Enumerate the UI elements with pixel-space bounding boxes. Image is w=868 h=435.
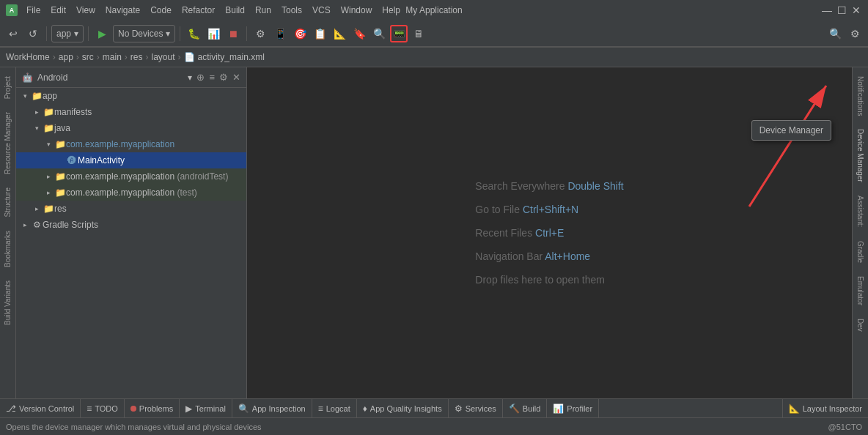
sidebar-item-project[interactable]: Project — [2, 70, 13, 105]
running-devices-button[interactable]: 🖥 — [410, 25, 427, 42]
tab-todo[interactable]: ≡ TODO — [81, 399, 125, 417]
shortcut-navbar: Alt+Home — [545, 250, 590, 262]
profile-button[interactable]: 📊 — [205, 25, 222, 42]
settings-button[interactable]: ⚙ — [846, 25, 864, 42]
bc-src[interactable]: src — [82, 52, 94, 62]
sidebar-item-device-manager[interactable]: Device Manager — [855, 123, 866, 188]
bc-workhome[interactable]: WorkHome — [6, 52, 50, 62]
search-everywhere-button[interactable]: 🔍 — [370, 25, 388, 42]
avd-button[interactable]: 📱 — [271, 25, 289, 42]
tree-item-app[interactable]: ▾ 📁 app — [16, 88, 246, 104]
panel-add-btn[interactable]: ⊕ — [196, 72, 205, 83]
layout-inspector-icon: 📐 — [789, 404, 800, 414]
sidebar-item-resource-manager[interactable]: Resource Manager — [2, 106, 13, 180]
bc-app[interactable]: app — [59, 52, 73, 62]
folder-icon-com-main: 📁 — [54, 139, 66, 149]
structure-button[interactable]: 📐 — [331, 25, 348, 42]
menu-navigate[interactable]: Navigate — [101, 4, 144, 17]
expand-icon-com-androidtest: ▸ — [43, 173, 54, 180]
tree-item-com-androidtest[interactable]: ▸ 📁 com.example.myapplication (androidTe… — [16, 168, 246, 185]
hint-search: Search Everywhere Double Shift — [475, 180, 623, 192]
tab-label-app-quality: App Quality Insights — [370, 404, 442, 413]
tree-item-mainactivity[interactable]: 🅐 MainActivity — [16, 152, 246, 168]
hint-drop: Drop files here to open them — [475, 274, 605, 286]
panel-icon: 🤖 — [22, 72, 33, 83]
menu-run[interactable]: Run — [251, 4, 276, 17]
tree-item-java[interactable]: ▾ 📁 java — [16, 120, 246, 136]
menu-vcs[interactable]: VCS — [308, 4, 335, 17]
profiler-icon: 📊 — [553, 404, 564, 414]
status-right: @51CTO — [828, 423, 862, 431]
sdk-button[interactable]: ⚙ — [251, 25, 269, 42]
tab-problems[interactable]: Problems — [125, 399, 180, 417]
label-manifests: manifests — [54, 107, 92, 117]
hint-navbar: Navigation Bar Alt+Home — [475, 250, 590, 262]
sidebar-item-assistant[interactable]: Assistant: — [855, 190, 866, 233]
expand-icon-app: ▾ — [19, 92, 31, 100]
expand-icon-com-test: ▸ — [43, 189, 54, 196]
toolbar-separator-4 — [246, 26, 247, 41]
panel-title: Android — [37, 72, 183, 83]
sidebar-item-structure[interactable]: Structure — [2, 182, 13, 223]
tab-profiler[interactable]: 📊 Profiler — [547, 399, 599, 417]
menu-window[interactable]: Window — [336, 4, 377, 17]
bc-file[interactable]: activity_main.xml — [198, 52, 265, 62]
menu-code[interactable]: Code — [146, 4, 176, 17]
bookmark-button[interactable]: 🔖 — [350, 25, 368, 42]
maximize-button[interactable]: ☐ — [836, 4, 847, 16]
status-text: Opens the device manager which manages v… — [6, 423, 262, 431]
tab-build[interactable]: 🔨 Build — [503, 399, 547, 417]
sidebar-item-build-variants[interactable]: Build Variants — [2, 275, 13, 331]
tree-item-manifests[interactable]: ▸ 📁 manifests — [16, 104, 246, 120]
logcat-button[interactable]: 📋 — [311, 25, 328, 42]
tab-label-build: Build — [523, 404, 540, 413]
tab-version-control[interactable]: ⎇ Version Control — [0, 399, 81, 417]
right-sidebar: Notifications Device Manager Assistant: … — [852, 67, 868, 398]
tab-app-quality[interactable]: ♦ App Quality Insights — [357, 399, 449, 417]
label-res: res — [54, 204, 67, 214]
tree-item-res[interactable]: ▸ 📁 res — [16, 201, 246, 217]
minimize-button[interactable]: — — [821, 4, 833, 16]
tree-item-gradle[interactable]: ▸ ⚙ Gradle Scripts — [16, 217, 246, 233]
menu-view[interactable]: View — [72, 4, 100, 17]
menu-edit[interactable]: Edit — [46, 4, 70, 17]
tree-item-com-main[interactable]: ▾ 📁 com.example.myapplication — [16, 136, 246, 152]
debug-button[interactable]: 🐛 — [185, 25, 202, 42]
panel-sync-btn[interactable]: ≡ — [209, 72, 215, 83]
sync-button[interactable]: ↺ — [24, 25, 42, 42]
tab-services[interactable]: ⚙ Services — [449, 399, 503, 417]
profiler-button[interactable]: 🎯 — [291, 25, 309, 42]
tab-layout-inspector[interactable]: 📐 Layout Inspector — [782, 399, 868, 417]
app-dropdown[interactable]: app ▾ — [51, 25, 84, 42]
panel-gear-btn[interactable]: ⚙ — [219, 72, 228, 83]
menu-file[interactable]: File — [22, 4, 45, 17]
menu-refactor[interactable]: Refactor — [177, 4, 219, 17]
panel-dropdown-icon[interactable]: ▾ — [188, 72, 192, 83]
sidebar-item-dev[interactable]: Dev — [855, 313, 866, 338]
menu-tools[interactable]: Tools — [277, 4, 306, 17]
panel-close-btn[interactable]: ✕ — [232, 72, 240, 83]
sidebar-item-notifications[interactable]: Notifications — [855, 70, 866, 122]
device-manager-button[interactable]: 📟 — [390, 25, 408, 42]
device-dropdown[interactable]: No Devices ▾ — [113, 25, 175, 42]
menu-bar: File Edit View Navigate Code Refactor Bu… — [22, 4, 405, 17]
tab-app-inspection[interactable]: 🔍 App Inspection — [232, 399, 312, 417]
run-button[interactable]: ▶ — [93, 25, 111, 42]
close-button[interactable]: ✕ — [850, 4, 862, 16]
tab-label-layout-inspector: Layout Inspector — [803, 404, 862, 413]
search-button[interactable]: 🔍 — [826, 25, 844, 42]
sidebar-item-gradle[interactable]: Gradle — [855, 235, 866, 269]
sidebar-item-emulator[interactable]: Emulator — [855, 270, 866, 311]
bc-layout[interactable]: layout — [152, 52, 175, 62]
menu-build[interactable]: Build — [221, 4, 249, 17]
menu-help[interactable]: Help — [378, 4, 405, 17]
stop-button[interactable]: ⏹ — [224, 25, 242, 42]
bc-main[interactable]: main — [103, 52, 122, 62]
bc-res[interactable]: res — [130, 52, 143, 62]
back-button[interactable]: ↩ — [4, 25, 22, 42]
tab-logcat[interactable]: ≡ Logcat — [312, 399, 357, 417]
tab-terminal[interactable]: ▶ Terminal — [180, 399, 232, 417]
tree-item-com-test[interactable]: ▸ 📁 com.example.myapplication (test) — [16, 185, 246, 201]
sidebar-item-bookmarks[interactable]: Bookmarks — [2, 225, 13, 273]
activity-icon: 🅐 — [66, 155, 78, 166]
